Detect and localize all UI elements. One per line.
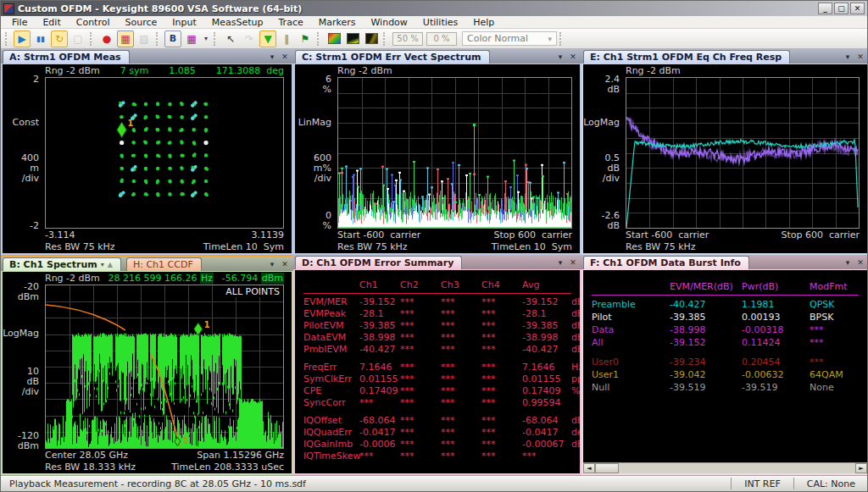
- evm-spectrum-plot[interactable]: [337, 77, 572, 229]
- tab-ofdm-error-summary[interactable]: D: Ch1 OFDM Error Summary: [295, 256, 462, 269]
- y-axis-bottom: -2.6 dB: [602, 211, 620, 231]
- x-axis-left: -3.114: [45, 229, 75, 240]
- tab-eq-ch-freq-resp[interactable]: E: Ch1 Strm1 OFDM Eq Ch Freq Resp: [583, 50, 790, 64]
- panel-a-close-icon[interactable]: ✕: [279, 52, 291, 63]
- table-row: CPE0.17409*********0.17409%: [303, 385, 580, 397]
- column-header: ModFmt: [810, 280, 867, 294]
- color-mode-value: Color Normal: [467, 33, 528, 44]
- autoscale-icon[interactable]: ▲: [108, 261, 113, 268]
- burst-info-hscrollbar[interactable]: ◄ ►: [583, 462, 867, 473]
- panel-b-close-icon[interactable]: ✕: [279, 259, 291, 270]
- value-cell: ***: [400, 332, 441, 344]
- value-cell: ***: [400, 373, 441, 385]
- res-bw-label: Res BW 75 kHz: [626, 241, 696, 252]
- trace-transparency-field[interactable]: 50 %: [392, 32, 423, 46]
- play-button[interactable]: ▶: [14, 30, 31, 47]
- panel-a-minimize-icon[interactable]: ▾: [266, 52, 278, 63]
- menu-item-meassetup[interactable]: MeasSetup: [204, 17, 271, 28]
- panel-eq-ch-freq-resp: E: Ch1 Strm1 OFDM Eq Ch Freq Resp ▾ ✕ Rn…: [581, 49, 868, 255]
- panel-e-minimize-icon[interactable]: ▾: [842, 52, 854, 63]
- menu-item-source[interactable]: Source: [118, 17, 165, 28]
- minimize-button[interactable]: _: [818, 3, 832, 14]
- value-cell: ***: [441, 415, 481, 427]
- tab-ch1-spectrum[interactable]: B: Ch1 Spectrum ▾ ▲: [3, 257, 121, 271]
- maximize-button[interactable]: ▢: [834, 3, 849, 14]
- scrollbar-track[interactable]: [619, 463, 855, 473]
- recording-playback-button[interactable]: ▦: [117, 30, 134, 47]
- row-label: SymClkErr: [303, 373, 359, 385]
- block-diagram-button[interactable]: B: [164, 30, 181, 47]
- value-cell: ***: [441, 451, 481, 462]
- menu-item-file[interactable]: File: [4, 17, 35, 28]
- tab-label: E: Ch1 Strm1 OFDM Eq Ch Freq Resp: [590, 52, 782, 63]
- constellation-plot[interactable]: [45, 77, 284, 229]
- spectrum-plot[interactable]: [45, 285, 284, 449]
- marker-to-peak-button[interactable]: ▼: [259, 30, 276, 47]
- value-cell: 0.99594: [522, 397, 571, 409]
- table-row: User1-39.042-0.0063264QAM: [592, 368, 867, 381]
- marker-flag-button[interactable]: ⚑: [297, 30, 314, 47]
- tab-ofdm-data-burst-info[interactable]: F: Ch1 OFDM Data Burst Info: [583, 256, 749, 269]
- waterfall-button[interactable]: [344, 30, 361, 47]
- tab-strm1-ofdm-meas[interactable]: A: Strm1 OFDM Meas: [3, 50, 130, 64]
- value-cell: None: [810, 381, 867, 394]
- tab-ch1-ccdf[interactable]: H: Ch1 CCDF: [126, 257, 202, 271]
- eye-diagram-button[interactable]: [363, 30, 380, 47]
- panel-f-minimize-icon[interactable]: ▾: [842, 257, 854, 268]
- layout-caret-button[interactable]: ▾: [202, 30, 210, 47]
- freq-unit: Hz: [200, 273, 214, 284]
- unit-cell: [571, 397, 580, 409]
- timelen-label: TimeLen 10 Sym: [492, 241, 572, 252]
- table-row: All-39.1520.11424***: [592, 336, 867, 349]
- value-cell: ***: [481, 296, 522, 308]
- grid-transparency-field[interactable]: 0 %: [426, 32, 457, 46]
- save-recording-button: ▨: [136, 30, 153, 47]
- record-button[interactable]: ●: [98, 30, 115, 47]
- panel-c-minimize-icon[interactable]: ▾: [554, 52, 566, 63]
- value-cell: ***: [481, 385, 522, 397]
- value-cell: -39.152: [359, 296, 400, 308]
- unit-cell: Hz: [571, 362, 581, 373]
- panel-d-minimize-icon[interactable]: ▾: [554, 257, 566, 268]
- close-button[interactable]: ✕: [850, 3, 865, 14]
- tab-label: F: Ch1 OFDM Data Burst Info: [590, 257, 741, 268]
- titlebar[interactable]: Custom OFDM - Keysight 89600 VSA Softwar…: [1, 1, 867, 16]
- panel-d-close-icon[interactable]: ✕: [567, 257, 579, 268]
- freq-resp-plot[interactable]: [626, 77, 860, 229]
- table-row: Data-38.998-0.00318***: [592, 323, 867, 336]
- menu-item-edit[interactable]: Edit: [35, 17, 68, 28]
- value-cell: ***: [481, 362, 522, 373]
- marker-couple-button[interactable]: ∥: [278, 30, 295, 47]
- toolbar-group-handle: [317, 32, 321, 46]
- select-pointer-button[interactable]: ↖: [222, 30, 239, 47]
- value-cell: ***: [481, 344, 522, 356]
- restart-button[interactable]: ↻: [51, 30, 68, 47]
- tab-err-vect-spectrum[interactable]: C: Strm1 OFDM Err Vect Spectrum: [295, 50, 490, 64]
- menu-item-markers[interactable]: Markers: [311, 17, 364, 28]
- value-cell: -39.042: [670, 368, 742, 381]
- panel-b-minimize-icon[interactable]: ▾: [266, 259, 278, 270]
- row-label: User0: [592, 356, 670, 368]
- menu-item-trace[interactable]: Trace: [271, 17, 311, 28]
- spectrogram-button[interactable]: [326, 30, 342, 47]
- panel-c-close-icon[interactable]: ✕: [567, 52, 579, 63]
- timelen-label: TimeLen 208.3333 uSec: [171, 462, 284, 473]
- pause-button[interactable]: ▮▮: [32, 30, 49, 47]
- scroll-left-icon[interactable]: ◄: [583, 463, 595, 473]
- menu-item-help[interactable]: Help: [465, 17, 502, 28]
- menu-item-input[interactable]: Input: [164, 17, 203, 28]
- panel-f-close-icon[interactable]: ✕: [854, 257, 866, 268]
- layout-grid-button[interactable]: ▦: [183, 30, 200, 47]
- app-window: Custom OFDM - Keysight 89600 VSA Softwar…: [0, 0, 868, 492]
- menu-item-utilities[interactable]: Utilities: [415, 17, 465, 28]
- scroll-right-icon[interactable]: ►: [855, 463, 867, 473]
- menu-item-window[interactable]: Window: [363, 17, 415, 28]
- scrollbar-thumb[interactable]: [595, 463, 619, 473]
- x-axis-stop: Stop 600 carrier: [494, 229, 572, 240]
- panel-e-close-icon[interactable]: ✕: [854, 52, 866, 63]
- menu-item-control[interactable]: Control: [69, 17, 118, 28]
- color-mode-select[interactable]: Color Normal▾: [462, 31, 557, 46]
- tab-dropdown-icon[interactable]: ▾: [101, 261, 104, 268]
- unit-cell: dB: [571, 415, 581, 427]
- row-label: CPE: [303, 385, 359, 397]
